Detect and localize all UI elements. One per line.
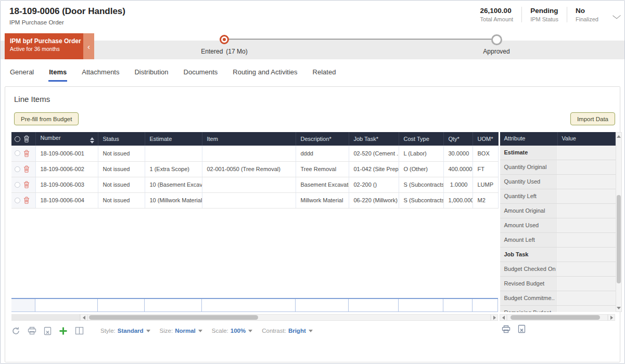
delete-row-icon[interactable] [23,165,30,173]
insert-row[interactable] [11,298,498,312]
scroll-left-arrow[interactable] [500,314,507,321]
cell-qty[interactable]: 1,000.0000 [443,192,473,208]
attribute-horizontal-scrollbar[interactable] [500,314,615,321]
cell-qty[interactable]: 30.0000 [443,146,473,161]
column-header-item[interactable]: Item [202,132,296,146]
tab-related[interactable]: Related [312,62,337,82]
cell-cost-type[interactable]: L (Labor) [399,146,443,161]
cell-qty[interactable]: 1.0000 [443,177,473,192]
column-header-job-task-[interactable]: Job Task* [349,132,399,146]
scroll-up-arrow[interactable] [616,133,621,140]
step-entered-marker-icon[interactable] [220,35,229,44]
row-select-radio[interactable] [15,166,20,172]
delete-row-icon[interactable] [23,197,30,204]
export-excel-icon[interactable] [518,324,526,333]
prefill-from-budget-button[interactable]: Pre-fill from Budget [14,112,79,125]
attribute-value[interactable] [558,204,616,218]
sort-icon[interactable] [90,137,94,144]
import-data-button[interactable]: Import Data [570,112,615,125]
tab-items[interactable]: Items [48,62,67,82]
cell-cost-type[interactable]: S (Subcontracts) [399,192,443,208]
cell-item[interactable]: 02-001-0050 (Tree Removal) [202,161,296,177]
cell-estimate[interactable]: 10 (Millwork Material) [145,192,202,208]
cell-estimate[interactable] [145,146,202,161]
attribute-value[interactable] [558,233,616,247]
column-header-estimate[interactable]: Estimate [145,132,202,146]
insert-row-cell[interactable] [98,299,145,311]
columns-icon[interactable] [75,327,84,335]
cell-status[interactable]: Not issued [98,177,145,192]
cell-description[interactable]: Millwork Material [296,192,349,208]
cell-status[interactable]: Not issued [98,146,145,161]
cell-number[interactable]: 18-109-0006-002 [35,161,98,177]
attribute-value[interactable] [558,218,616,232]
cell-uom[interactable]: FT [473,161,498,177]
cell-cost-type[interactable]: O (Other) [399,161,443,177]
tab-routing-and-activities[interactable]: Routing and Activities [232,62,298,82]
insert-row-cell[interactable] [296,299,349,311]
delete-all-icon[interactable] [23,135,30,142]
insert-row-cell[interactable] [35,299,98,311]
workflow-status-badge[interactable]: IPM bpf Purchase Order Active for 36 mon… [5,33,83,59]
style-dropdown[interactable]: Style: Standard [100,328,150,334]
attribute-value[interactable] [558,277,616,291]
cell-status[interactable]: Not issued [98,192,145,208]
cell-description[interactable]: Tree Removal [296,161,349,177]
attribute-value[interactable] [558,306,616,312]
print-icon[interactable] [28,327,36,335]
horizontal-scroll-thumb[interactable] [511,315,600,320]
cell-estimate[interactable]: 10 (Basement Excavati... [145,177,202,192]
attribute-value[interactable] [558,175,616,189]
cell-description[interactable]: dddd [296,146,349,161]
attribute-panel-vertical-scrollbar[interactable] [616,132,622,312]
cell-cost-type[interactable]: S (Subcontracts) [399,177,443,192]
refresh-icon[interactable] [11,327,20,335]
column-header-qty-[interactable]: Qty* [443,132,473,146]
scale-dropdown[interactable]: Scale: 100% [212,328,252,334]
attribute-value[interactable] [558,146,616,160]
delete-row-icon[interactable] [23,150,30,157]
insert-row-cell[interactable] [145,299,202,311]
cell-uom[interactable]: BOX [473,146,498,161]
cell-number[interactable]: 18-109-0006-004 [35,192,98,208]
tab-distribution[interactable]: Distribution [134,62,169,82]
scroll-right-arrow[interactable] [491,314,498,321]
cell-job-task[interactable]: 01-042 (Site Prep) [349,161,399,177]
cell-uom[interactable]: M2 [473,192,498,208]
export-excel-icon[interactable] [44,327,52,335]
cell-number[interactable]: 18-109-0006-001 [35,146,98,161]
grid-horizontal-scrollbar[interactable] [11,314,498,321]
column-header-description-[interactable]: Description* [296,132,349,146]
column-header-cost-type[interactable]: Cost Type [399,132,443,146]
select-all-radio[interactable] [15,136,20,142]
tab-general[interactable]: General [9,62,34,82]
add-row-icon[interactable] [59,327,68,335]
cell-description[interactable]: Basement Excavation [296,177,349,192]
scroll-left-arrow[interactable] [80,314,87,321]
cell-item[interactable] [202,192,296,208]
attribute-value[interactable] [558,160,616,174]
vertical-scroll-thumb[interactable] [617,195,621,283]
size-dropdown[interactable]: Size: Normal [160,328,202,334]
scroll-right-arrow[interactable] [608,314,615,321]
insert-row-cell[interactable] [202,299,296,311]
insert-row-cell[interactable] [443,299,473,311]
cell-uom[interactable]: LUMP [473,177,498,192]
cell-status[interactable]: Not issued [98,161,145,177]
cell-item[interactable] [202,177,296,192]
attribute-value[interactable] [558,189,616,203]
insert-row-cell[interactable] [399,299,443,311]
cell-job-task[interactable]: 06-220 (Millwork) [349,192,399,208]
scroll-down-arrow[interactable] [616,304,621,311]
attribute-value[interactable] [558,262,616,276]
row-select-radio[interactable] [15,182,20,188]
row-select-radio[interactable] [15,150,20,156]
column-header-uom-[interactable]: UOM* [473,132,498,146]
cell-number[interactable]: 18-109-0006-003 [35,177,98,192]
cell-qty[interactable]: 400.0000 [443,161,473,177]
insert-row-cell[interactable] [473,299,498,311]
delete-row-icon[interactable] [23,181,30,188]
contrast-dropdown[interactable]: Contrast: Bright [262,328,313,334]
tab-documents[interactable]: Documents [183,62,219,82]
horizontal-scroll-thumb[interactable] [89,315,258,320]
